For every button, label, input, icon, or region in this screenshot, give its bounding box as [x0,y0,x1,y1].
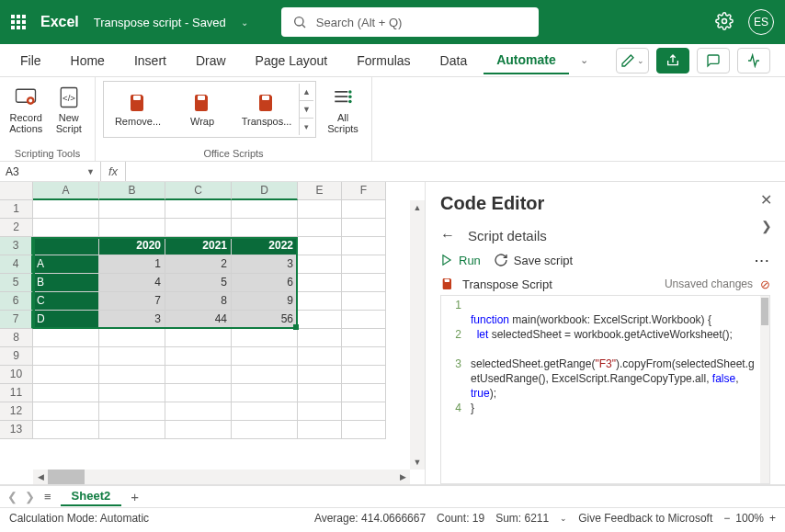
editing-mode-button[interactable]: ⌄ [616,48,649,74]
status-average: Average: 414.0666667 [314,512,426,525]
record-actions-button[interactable]: Record Actions [7,81,45,138]
all-scripts-label: All Scripts [324,112,362,134]
tab-home[interactable]: Home [58,48,118,74]
settings-icon[interactable] [715,12,734,33]
row-header[interactable]: 10 [0,366,33,384]
cell[interactable]: 1 [99,255,165,274]
add-sheet-button[interactable]: + [131,489,139,504]
save-script-button[interactable]: Save script [494,253,573,267]
svg-rect-12 [335,96,347,97]
svg-line-1 [302,25,305,28]
title-chevron-icon[interactable]: ⌄ [241,17,248,28]
cell[interactable]: 7 [99,292,165,311]
fx-icon[interactable]: fx [101,162,126,181]
col-header[interactable]: A [33,182,99,200]
gallery-item-wrap[interactable]: Wrap [170,92,234,127]
col-header[interactable]: C [165,182,232,200]
zoom-out-button[interactable]: − [723,512,730,525]
avatar[interactable]: ES [748,9,774,35]
cell[interactable]: 2022 [232,237,298,255]
close-icon[interactable]: ✕ [760,191,772,209]
sheet-prev-icon[interactable]: ❮ [7,490,17,504]
cell[interactable]: 3 [232,255,298,274]
cell[interactable]: 9 [232,292,298,311]
tab-file[interactable]: File [7,48,54,74]
row-header[interactable]: 4 [0,255,33,274]
back-arrow-icon[interactable]: ← [440,227,455,243]
tab-formulas[interactable]: Formulas [344,48,423,74]
row-header[interactable]: 9 [0,347,33,366]
cell[interactable]: 56 [232,311,298,329]
sheet-list-icon[interactable]: ≡ [44,490,51,504]
row-header[interactable]: 11 [0,384,33,402]
document-title[interactable]: Transpose script - Saved [94,16,226,29]
horizontal-scrollbar[interactable]: ◀▶ [33,470,410,484]
cell[interactable]: A [33,255,99,274]
cell[interactable]: 6 [232,274,298,292]
zoom-in-button[interactable]: + [769,512,776,525]
row-header[interactable]: 2 [0,219,33,237]
cell[interactable]: 3 [99,311,165,329]
cell[interactable]: D [33,311,99,329]
share-button[interactable] [656,48,689,74]
row-header[interactable]: 3 [0,237,33,255]
sheet-tab[interactable]: Sheet2 [61,487,122,506]
select-all-corner[interactable] [0,182,33,200]
tab-draw[interactable]: Draw [183,48,239,74]
col-header[interactable]: D [232,182,298,200]
row-header[interactable]: 12 [0,402,33,421]
tab-overflow-icon[interactable]: ⌄ [573,54,596,66]
cell[interactable]: 4 [99,274,165,292]
code-editor[interactable]: 1 2 3 4 function main(workbook: ExcelScr… [440,295,770,484]
tab-insert[interactable]: Insert [121,48,179,74]
row-header[interactable]: 13 [0,421,33,439]
run-button[interactable]: Run [440,254,481,267]
row-header[interactable]: 6 [0,292,33,311]
gallery-down-icon[interactable]: ▼ [300,101,313,119]
name-box[interactable]: A3▼ [0,162,101,181]
expand-chevron-icon[interactable]: ❯ [761,219,772,233]
col-header[interactable]: E [298,182,342,200]
code-scrollbar[interactable] [760,296,769,483]
gallery-item-transpose[interactable]: Transpos... [234,92,299,127]
activity-button[interactable] [737,48,770,74]
cell[interactable]: 2021 [165,237,232,255]
all-scripts-button[interactable]: All Scripts [322,81,364,138]
gallery-more-icon[interactable]: ▾ [300,119,313,135]
tab-page-layout[interactable]: Page Layout [243,48,341,74]
col-header[interactable]: B [99,182,165,200]
svg-rect-10 [262,96,269,100]
cell[interactable]: 2020 [99,237,165,255]
script-icon [440,277,455,291]
cell[interactable]: 5 [165,274,232,292]
search-input[interactable]: Search (Alt + Q) [281,7,539,37]
cell[interactable]: 44 [165,311,232,329]
scripts-gallery[interactable]: Remove... Wrap Transpos... ▲▼▾ [103,81,316,138]
cell[interactable] [33,237,99,255]
new-script-button[interactable]: </> New Script [51,81,88,138]
sheet-next-icon[interactable]: ❯ [25,490,35,504]
row-header[interactable]: 5 [0,274,33,292]
vertical-scrollbar[interactable]: ▲▼ [410,200,425,470]
row-header[interactable]: 1 [0,200,33,219]
tab-automate[interactable]: Automate [484,47,569,74]
svg-rect-8 [133,96,141,100]
cell[interactable]: C [33,292,99,311]
new-script-label: New Script [52,112,86,134]
status-sum-chevron-icon[interactable]: ⌄ [560,514,567,523]
cell[interactable]: 2 [165,255,232,274]
cell[interactable]: B [33,274,99,292]
app-launcher-icon[interactable] [11,15,26,29]
row-header[interactable]: 8 [0,329,33,347]
cell[interactable]: 8 [165,292,232,311]
more-actions-icon[interactable]: ··· [755,254,770,267]
row-header[interactable]: 7 [0,311,33,329]
col-header[interactable]: F [342,182,386,200]
gallery-up-icon[interactable]: ▲ [300,84,313,101]
formula-input[interactable] [126,162,785,181]
gallery-item-remove[interactable]: Remove... [106,92,170,127]
feedback-link[interactable]: Give Feedback to Microsoft [578,512,712,525]
tab-data[interactable]: Data [427,48,481,74]
comments-button[interactable] [697,48,730,74]
svg-text:</>: </> [63,93,75,103]
